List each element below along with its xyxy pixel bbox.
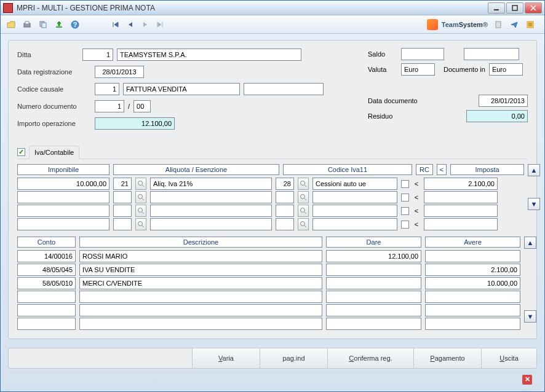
num-doc-b-input[interactable]	[133, 100, 151, 112]
aliq-code-input[interactable]	[113, 178, 132, 190]
rc-checkbox[interactable]	[401, 221, 409, 229]
dare-input[interactable]	[326, 304, 421, 316]
iva11-lookup-icon[interactable]	[298, 191, 309, 203]
iva11-desc-input[interactable]	[312, 205, 397, 217]
print-icon[interactable]	[20, 18, 34, 31]
aliq-desc-input[interactable]	[150, 218, 272, 230]
descr-input[interactable]	[79, 291, 322, 303]
imposta-input[interactable]	[424, 218, 498, 230]
dare-input[interactable]	[326, 264, 421, 276]
avere-input[interactable]	[425, 277, 520, 289]
avere-input[interactable]	[425, 291, 520, 303]
clipboard-icon[interactable]	[491, 18, 505, 31]
data-reg-input[interactable]	[95, 66, 144, 78]
dare-input[interactable]	[326, 318, 421, 330]
aliq-lookup-icon[interactable]	[135, 178, 146, 190]
iva11-code-input[interactable]	[276, 218, 294, 230]
nav-next-icon[interactable]	[138, 18, 152, 31]
list-icon[interactable]	[523, 18, 537, 31]
export-icon[interactable]	[52, 18, 66, 31]
conto-input[interactable]	[17, 250, 76, 262]
conto-input[interactable]	[17, 277, 76, 289]
dare-input[interactable]	[326, 277, 421, 289]
uscita-button[interactable]: Uscita	[481, 348, 536, 368]
iva11-lookup-icon[interactable]	[298, 218, 309, 230]
cod-caus-desc-input[interactable]	[123, 83, 240, 95]
descr-input[interactable]	[79, 277, 322, 289]
aliq-lookup-icon[interactable]	[135, 218, 146, 230]
rc-checkbox[interactable]	[401, 194, 409, 202]
aliq-desc-input[interactable]	[150, 191, 272, 203]
residuo-input[interactable]	[466, 110, 528, 122]
conto-scroll-down[interactable]: ▼	[524, 310, 536, 323]
iva-scroll-up[interactable]: ▲	[528, 164, 540, 176]
imp-op-input[interactable]	[95, 117, 175, 130]
dare-input[interactable]	[326, 250, 421, 262]
pagind-button[interactable]: pag.ind	[260, 348, 327, 368]
pagamento-button[interactable]: Pagamento	[413, 348, 481, 368]
imponibile-input[interactable]	[17, 218, 109, 230]
cod-caus-num-input[interactable]	[95, 83, 119, 95]
maximize-button[interactable]	[506, 2, 523, 14]
close-button[interactable]	[525, 2, 542, 14]
imposta-input[interactable]	[424, 191, 498, 203]
iva11-desc-input[interactable]	[312, 218, 397, 230]
nav-prev-icon[interactable]	[124, 18, 137, 31]
aliq-code-input[interactable]	[113, 205, 132, 217]
descr-input[interactable]	[79, 318, 322, 330]
copy-icon[interactable]	[36, 18, 50, 31]
help-icon[interactable]: ?	[68, 18, 82, 31]
aliq-lookup-icon[interactable]	[135, 191, 146, 203]
nav-first-icon[interactable]	[109, 18, 122, 31]
descr-input[interactable]	[79, 264, 322, 276]
iva11-code-input[interactable]	[276, 191, 294, 203]
open-icon[interactable]	[4, 18, 18, 31]
descr-input[interactable]	[79, 250, 322, 262]
imponibile-input[interactable]	[17, 191, 109, 203]
aliq-code-input[interactable]	[113, 218, 132, 230]
conferma-button[interactable]: Conferma reg.	[327, 348, 413, 368]
descr-input[interactable]	[79, 304, 322, 316]
avere-input[interactable]	[425, 264, 520, 276]
dare-input[interactable]	[326, 291, 421, 303]
conto-scroll-up[interactable]: ▲	[524, 237, 536, 249]
ditta-name-input[interactable]	[117, 49, 301, 61]
rc-checkbox[interactable]	[401, 207, 409, 215]
iva11-code-input[interactable]	[276, 178, 294, 190]
num-doc-a-input[interactable]	[95, 100, 124, 112]
avere-input[interactable]	[425, 318, 520, 330]
send-icon[interactable]	[507, 18, 521, 31]
aliq-desc-input[interactable]	[150, 205, 272, 217]
saldo-extra-input[interactable]	[464, 48, 519, 60]
imponibile-input[interactable]	[17, 178, 109, 190]
iva11-code-input[interactable]	[276, 205, 294, 217]
doc-in-input[interactable]	[489, 63, 523, 76]
rc-checkbox[interactable]	[401, 180, 409, 188]
tab-iva-contabile[interactable]: Iva/Contabile	[29, 146, 79, 159]
avere-input[interactable]	[425, 304, 520, 316]
aliq-desc-input[interactable]	[150, 178, 272, 190]
iva-contabile-checkbox[interactable]: ✓	[17, 148, 25, 156]
conto-input[interactable]	[17, 318, 76, 330]
conto-input[interactable]	[17, 264, 76, 276]
cod-caus-extra-input[interactable]	[244, 83, 324, 95]
iva-scroll-down[interactable]: ▼	[528, 198, 540, 210]
ditta-num-input[interactable]	[82, 49, 113, 61]
nav-last-icon[interactable]	[153, 18, 167, 31]
varia-button[interactable]: Varia	[192, 348, 260, 368]
iva11-lookup-icon[interactable]	[298, 178, 309, 190]
conto-input[interactable]	[17, 291, 76, 303]
status-close-icon[interactable]: ✕	[522, 375, 532, 385]
iva11-desc-input[interactable]	[312, 178, 397, 190]
imponibile-input[interactable]	[17, 205, 109, 217]
data-doc-input[interactable]	[479, 95, 528, 107]
minimize-button[interactable]	[488, 2, 505, 14]
aliq-lookup-icon[interactable]	[135, 205, 146, 217]
iva11-lookup-icon[interactable]	[298, 205, 309, 217]
conto-input[interactable]	[17, 304, 76, 316]
iva11-desc-input[interactable]	[312, 191, 397, 203]
aliq-code-input[interactable]	[113, 191, 132, 203]
imposta-input[interactable]	[424, 178, 498, 190]
avere-input[interactable]	[425, 250, 520, 262]
saldo-input[interactable]	[401, 48, 444, 60]
